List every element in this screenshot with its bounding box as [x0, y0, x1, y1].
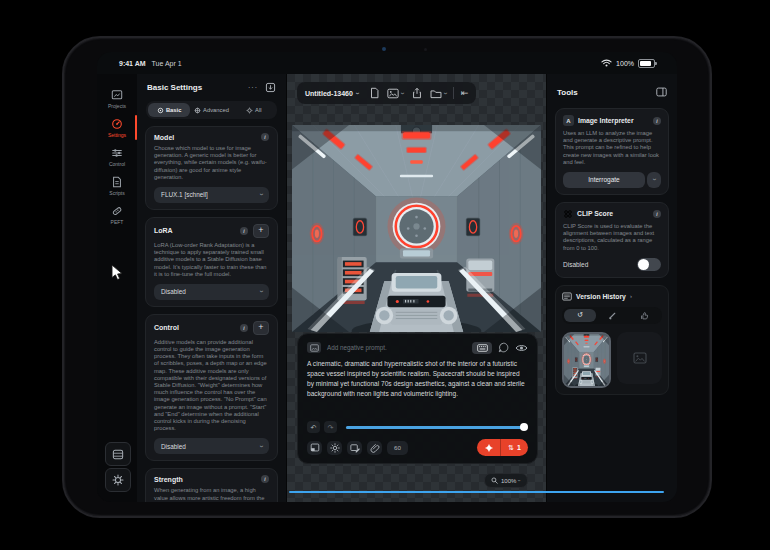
redo-button[interactable]: ↷	[324, 421, 337, 433]
history-tab[interactable]: ↺	[564, 309, 596, 322]
magnifier-icon	[491, 477, 498, 484]
mouse-cursor	[111, 264, 123, 281]
clip-score-title: CLIP Score	[577, 210, 613, 217]
version-thumbnail-selected[interactable]	[562, 332, 611, 388]
add-image-to-prompt-button[interactable]	[307, 342, 321, 353]
chat-bubble-icon[interactable]	[498, 342, 509, 353]
tools-panel: Tools A Image Interpreter i	[546, 74, 677, 502]
lora-dropdown[interactable]: Disabled ›	[154, 284, 269, 300]
canvas-layers-button[interactable]	[105, 442, 131, 466]
add-control-button[interactable]: +	[253, 321, 269, 335]
tab-basic[interactable]: Basic	[148, 103, 190, 117]
more-options-button[interactable]: ···	[248, 84, 258, 91]
generated-image[interactable]	[292, 125, 541, 332]
clip-score-card: CLIP Score i CLIP Score is used to evalu…	[555, 202, 669, 278]
screen: 9:41 AM Tue Apr 1 100%	[97, 52, 677, 502]
edits-tab[interactable]	[596, 309, 628, 322]
document-title-menu[interactable]: Untitled-13460 ›	[305, 90, 358, 97]
image-edit-icon	[350, 443, 360, 453]
active-tab-indicator	[135, 115, 138, 140]
sidebar-item-peft[interactable]: PEFT	[97, 200, 137, 229]
model-info-icon[interactable]: i	[261, 133, 269, 141]
share-icon[interactable]	[411, 87, 423, 99]
settings-tab-bar: Basic Advanced	[146, 101, 277, 119]
interrogate-menu-button[interactable]: ›	[647, 172, 661, 188]
model-card: Model i Choose which model to use for im…	[145, 126, 278, 210]
strength-card: Strength i When generating from an image…	[145, 468, 278, 502]
project-menu-button[interactable]: ›	[430, 88, 446, 99]
zoom-control[interactable]: 100% ›	[484, 473, 528, 488]
generate-button[interactable]: ⇅ 1	[477, 439, 528, 456]
interrogate-button[interactable]: Interrogate	[563, 172, 645, 188]
steps-badge[interactable]: 60	[387, 441, 408, 455]
tab-advanced[interactable]: Advanced	[190, 103, 232, 117]
image-interpreter-title: Image Interpreter	[578, 117, 634, 124]
batch-count-button[interactable]: ⇅ 1	[501, 439, 528, 456]
preferences-button[interactable]	[105, 468, 131, 492]
guidance-slider-knob[interactable]	[520, 423, 528, 431]
sidebar-item-settings[interactable]: Settings	[97, 113, 137, 142]
version-thumbnail-placeholder[interactable]	[617, 332, 662, 384]
paperclip-icon	[370, 443, 380, 453]
app-window: Projects Settings	[97, 74, 677, 502]
chevron-down-icon: ›	[257, 445, 264, 447]
generation-settings-button[interactable]	[327, 441, 342, 455]
attach-button[interactable]	[367, 441, 382, 455]
model-dropdown[interactable]: FLUX.1 [schnell] ›	[154, 187, 269, 203]
lora-title: LoRA	[154, 227, 173, 234]
panel-toggle-icon[interactable]	[656, 87, 667, 97]
sidebar-item-control[interactable]: Control	[97, 142, 137, 171]
lora-info-icon[interactable]: i	[240, 227, 248, 235]
control-info-icon[interactable]: i	[240, 324, 248, 332]
ipad-device: 9:41 AM Tue Apr 1 100%	[62, 36, 712, 518]
control-dropdown[interactable]: Disabled ›	[154, 438, 269, 454]
chevron-down-icon: ›	[257, 194, 264, 196]
sidebar-item-projects[interactable]: Projects	[97, 84, 137, 113]
brush-icon	[608, 311, 617, 320]
image-menu-button[interactable]: ›	[387, 88, 403, 99]
batch-count: 1	[517, 444, 521, 451]
keyboard-mode-button[interactable]	[472, 342, 492, 354]
favorites-tab[interactable]	[628, 309, 660, 322]
interpreter-info-icon[interactable]: i	[653, 117, 661, 125]
chevron-down-icon: ›	[441, 92, 448, 94]
undo-button[interactable]: ↶	[307, 421, 320, 433]
version-history-header[interactable]: Version History ›	[562, 292, 662, 301]
control-card: Control i + Additive models can provide …	[145, 314, 278, 461]
model-title: Model	[154, 134, 174, 141]
new-document-icon[interactable]	[369, 87, 380, 99]
battery-icon	[638, 59, 655, 68]
tab-all[interactable]: All	[233, 103, 275, 117]
version-history-tabs: ↺	[562, 307, 662, 324]
strength-info-icon[interactable]: i	[261, 475, 269, 483]
chevron-right-icon: ›	[630, 293, 632, 299]
control-title: Control	[154, 324, 179, 331]
status-bar: 9:41 AM Tue Apr 1 100%	[97, 52, 677, 74]
add-lora-button[interactable]: +	[253, 224, 269, 238]
image-edit-button[interactable]	[347, 441, 362, 455]
collapse-panel-icon[interactable]: ⇤	[461, 89, 469, 98]
lora-description: LoRA (Low-order Rank Adaptation) is a te…	[154, 242, 269, 278]
chevron-down-icon: ›	[399, 92, 406, 94]
sidebar-item-scripts[interactable]: Scripts	[97, 171, 137, 200]
model-description: Choose which model to use for image gene…	[154, 145, 269, 181]
save-settings-icon[interactable]	[265, 82, 276, 93]
lora-card: LoRA i + LoRA (Low-order Rank Adaptation…	[145, 217, 278, 307]
prompt-text-input[interactable]: A cinematic, dramatic and hyperrealistic…	[307, 359, 528, 399]
chevron-down-icon: ›	[518, 480, 523, 482]
prompt-panel: Add negative prompt.	[297, 333, 538, 464]
eye-icon[interactable]	[515, 343, 528, 353]
image-plus-icon	[310, 344, 319, 352]
gear-icon	[112, 474, 124, 486]
settings-panel-title: Basic Settings	[147, 83, 202, 92]
canvas-size-button[interactable]	[307, 441, 322, 455]
image-placeholder-icon	[633, 352, 647, 364]
negative-prompt-input[interactable]: Add negative prompt.	[327, 344, 387, 351]
canvas-area[interactable]: Untitled-13460 › ›	[287, 74, 546, 502]
interpreter-description: Uses an LLM to analyze the image and gen…	[563, 130, 661, 166]
guidance-slider[interactable]	[346, 422, 528, 432]
clip-score-toggle[interactable]	[637, 258, 661, 271]
clip-info-icon[interactable]: i	[653, 210, 661, 218]
settings-gauge-icon	[111, 118, 123, 130]
nav-rail: Projects Settings	[97, 74, 137, 502]
